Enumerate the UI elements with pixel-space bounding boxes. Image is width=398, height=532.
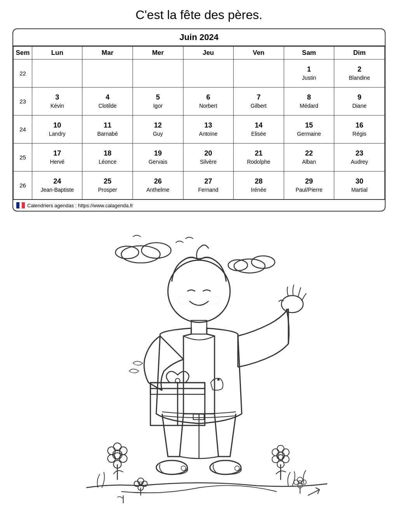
day-cell: 27Fernand bbox=[183, 172, 234, 200]
day-saint: Paul/Pierre bbox=[295, 187, 322, 193]
day-cell: 24Jean-Baptiste bbox=[32, 172, 82, 200]
day-number: 8 bbox=[286, 93, 333, 102]
day-saint: Norbert bbox=[199, 103, 217, 109]
day-cell bbox=[133, 60, 183, 88]
svg-point-53 bbox=[210, 460, 241, 474]
day-cell: 18Léonce bbox=[82, 144, 133, 172]
day-number: 17 bbox=[34, 149, 81, 158]
flag-icon bbox=[16, 202, 25, 208]
day-number: 29 bbox=[286, 177, 333, 186]
svg-point-16 bbox=[114, 453, 120, 459]
day-cell: 3Kévin bbox=[32, 88, 82, 116]
day-saint: Barnabé bbox=[97, 131, 118, 137]
day-saint: Jean-Baptiste bbox=[40, 187, 74, 193]
svg-point-3 bbox=[121, 246, 160, 263]
day-cell: 15Germaine bbox=[284, 116, 334, 144]
day-number: 10 bbox=[34, 121, 81, 130]
day-saint: Médard bbox=[300, 103, 318, 109]
calendar-week-row: 233Kévin4Clotilde5Igor6Norbert7Gilbert8M… bbox=[14, 88, 385, 116]
day-saint: Audrey bbox=[351, 159, 368, 165]
day-saint: Rodolphe bbox=[247, 159, 270, 165]
day-cell: 11Barnabé bbox=[82, 116, 133, 144]
day-cell bbox=[32, 60, 82, 88]
day-saint: Hervé bbox=[50, 159, 65, 165]
calendar-week-row: 2410Landry11Barnabé12Guy13Antoine14Elisé… bbox=[14, 116, 385, 144]
calendar-footer: Calendriers agendas : https://www.calage… bbox=[13, 200, 385, 211]
day-saint: Clotilde bbox=[98, 103, 117, 109]
sem-cell: 26 bbox=[14, 172, 32, 200]
day-cell: 10Landry bbox=[32, 116, 82, 144]
day-saint: Léonce bbox=[99, 159, 117, 165]
day-cell: 8Médard bbox=[284, 88, 334, 116]
day-cell: 28Irénée bbox=[234, 172, 284, 200]
day-cell: 5Igor bbox=[133, 88, 183, 116]
svg-point-28 bbox=[282, 449, 289, 456]
day-number: 21 bbox=[235, 149, 282, 158]
child-illustration bbox=[63, 215, 335, 507]
svg-point-19 bbox=[138, 478, 144, 484]
col-header-ven: Ven bbox=[234, 47, 284, 60]
calendar: Juin 2024 Sem Lun Mar Mer Jeu Ven Sam Di… bbox=[12, 28, 386, 212]
day-number: 11 bbox=[84, 121, 131, 130]
day-cell: 1Justin bbox=[284, 60, 334, 88]
child-svg bbox=[63, 215, 335, 507]
svg-point-40 bbox=[177, 296, 190, 304]
day-number: 28 bbox=[235, 177, 282, 186]
day-cell: 30Martial bbox=[334, 172, 385, 200]
svg-point-4 bbox=[141, 243, 171, 258]
day-saint: Blandine bbox=[349, 75, 370, 81]
day-number: 14 bbox=[235, 121, 282, 130]
calendar-week-row: 221Justin2Blandine bbox=[14, 60, 385, 88]
day-cell: 13Antoine bbox=[183, 116, 234, 144]
day-cell bbox=[82, 60, 133, 88]
svg-rect-2 bbox=[22, 202, 25, 208]
day-saint: Prosper bbox=[98, 187, 117, 193]
day-number: 30 bbox=[336, 177, 383, 186]
day-cell: 4Clotilde bbox=[82, 88, 133, 116]
day-cell: 29Paul/Pierre bbox=[284, 172, 334, 200]
col-header-mar: Mar bbox=[82, 47, 133, 60]
calendar-week-row: 2624Jean-Baptiste25Prosper26Anthelme27Fe… bbox=[14, 172, 385, 200]
svg-point-34 bbox=[297, 477, 303, 483]
day-saint: Martial bbox=[351, 187, 368, 193]
day-saint: Elisée bbox=[251, 131, 266, 137]
day-number: 1 bbox=[286, 65, 333, 74]
day-cell: 2Blandine bbox=[334, 60, 385, 88]
day-saint: Justin bbox=[302, 75, 316, 81]
day-number: 22 bbox=[286, 149, 333, 158]
day-number: 19 bbox=[134, 149, 182, 158]
footer-text: Calendriers agendas : https://www.calage… bbox=[27, 203, 133, 208]
day-cell: 25Prosper bbox=[82, 172, 133, 200]
day-cell: 12Guy bbox=[133, 116, 183, 144]
page-title: C'est la fête des pères. bbox=[136, 8, 262, 22]
day-number: 3 bbox=[34, 93, 81, 102]
svg-point-43 bbox=[281, 296, 303, 313]
day-saint: Alban bbox=[302, 159, 316, 165]
day-number: 20 bbox=[185, 149, 232, 158]
sem-cell: 23 bbox=[14, 88, 32, 116]
day-number: 12 bbox=[134, 121, 182, 130]
day-cell: 6Norbert bbox=[183, 88, 234, 116]
svg-point-36 bbox=[294, 480, 298, 485]
day-saint: Régis bbox=[353, 131, 367, 137]
day-number: 18 bbox=[84, 149, 131, 158]
col-header-sam: Sam bbox=[284, 47, 334, 60]
col-header-dim: Dim bbox=[334, 47, 385, 60]
col-header-lun: Lun bbox=[32, 47, 82, 60]
col-header-sem: Sem bbox=[14, 47, 32, 60]
day-number: 5 bbox=[134, 93, 182, 102]
day-saint: Irénée bbox=[251, 187, 267, 193]
day-number: 24 bbox=[34, 177, 81, 186]
day-number: 13 bbox=[185, 121, 232, 130]
day-cell: 21Rodolphe bbox=[234, 144, 284, 172]
day-cell bbox=[234, 60, 284, 88]
day-number: 7 bbox=[235, 93, 282, 102]
col-header-mer: Mer bbox=[133, 47, 183, 60]
sem-cell: 24 bbox=[14, 116, 32, 144]
sem-cell: 22 bbox=[14, 60, 32, 88]
day-saint: Gilbert bbox=[251, 103, 267, 109]
day-saint: Kévin bbox=[51, 103, 64, 109]
day-cell: 19Gervais bbox=[133, 144, 183, 172]
svg-point-55 bbox=[217, 378, 220, 381]
day-cell: 26Anthelme bbox=[133, 172, 183, 200]
